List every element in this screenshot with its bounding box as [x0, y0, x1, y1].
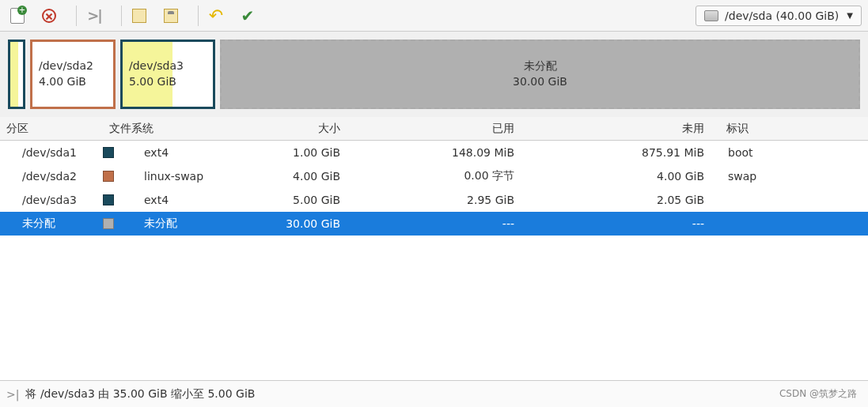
col-used[interactable]: 已用	[372, 122, 546, 136]
statusbar: >| 将 /dev/sda3 由 35.00 GiB 缩小至 5.00 GiB	[0, 380, 868, 407]
col-size[interactable]: 大小	[214, 122, 372, 136]
map-block-sda2[interactable]: /dev/sda2 4.00 GiB	[30, 40, 116, 109]
device-label: /dev/sda (40.00 GiB)	[725, 9, 839, 22]
partition-table-body: /dev/sda1ext41.00 GiB148.09 MiB875.91 Mi…	[0, 141, 868, 236]
cell-used: 0.00 字节	[372, 169, 546, 183]
map-block-size: 30.00 GiB	[513, 74, 567, 90]
undo-icon[interactable]: ↶	[205, 5, 227, 27]
cell-partition: /dev/sda1	[0, 146, 103, 159]
cell-unused: 4.00 GiB	[546, 170, 720, 183]
cell-filesystem: linux-swap	[103, 170, 214, 183]
cell-used: 148.09 MiB	[372, 146, 546, 159]
table-row[interactable]: /dev/sda3ext45.00 GiB2.95 GiB2.05 GiB	[0, 188, 868, 212]
paste-icon[interactable]	[160, 5, 182, 27]
map-block-label: 未分配	[524, 58, 557, 74]
separator	[198, 6, 199, 26]
cell-partition: /dev/sda3	[0, 194, 103, 206]
resize-icon[interactable]: >|	[83, 5, 105, 27]
pending-op-icon: >|	[6, 388, 19, 401]
map-block-sda1[interactable]	[8, 40, 25, 109]
cell-size: 30.00 GiB	[214, 217, 372, 230]
dropdown-triangle-icon: ▼	[847, 11, 853, 20]
cell-filesystem: ext4	[103, 194, 214, 206]
table-row[interactable]: /dev/sda2linux-swap4.00 GiB0.00 字节4.00 G…	[0, 164, 868, 188]
map-block-size: 4.00 GiB	[39, 74, 107, 90]
cell-filesystem: 未分配	[103, 217, 214, 231]
device-selector[interactable]: /dev/sda (40.00 GiB) ▼	[696, 6, 862, 26]
cell-used: 2.95 GiB	[372, 194, 546, 206]
apply-icon[interactable]: ✔	[237, 5, 259, 27]
table-row[interactable]: 未分配未分配30.00 GiB------	[0, 212, 868, 236]
cell-unused: 2.05 GiB	[546, 194, 720, 206]
cell-size: 4.00 GiB	[214, 170, 372, 183]
fs-color-swatch	[103, 194, 114, 205]
fs-color-swatch	[103, 171, 114, 182]
col-partition[interactable]: 分区	[0, 122, 103, 136]
cell-partition: 未分配	[0, 217, 103, 231]
partition-map: /dev/sda2 4.00 GiB /dev/sda3 5.00 GiB 未分…	[0, 32, 868, 117]
fs-color-swatch	[103, 218, 114, 229]
table-header: 分区 文件系统 大小 已用 未用 标识	[0, 117, 868, 141]
cell-unused: ---	[546, 217, 720, 230]
new-partition-icon[interactable]	[6, 5, 28, 27]
cell-size: 5.00 GiB	[214, 194, 372, 206]
cell-used: ---	[372, 217, 546, 230]
cell-partition: /dev/sda2	[0, 170, 103, 183]
map-block-name: /dev/sda3	[129, 58, 207, 74]
cell-size: 1.00 GiB	[214, 146, 372, 159]
copy-icon[interactable]	[128, 5, 150, 27]
cell-filesystem: ext4	[103, 146, 214, 159]
map-block-size: 5.00 GiB	[129, 74, 207, 90]
cell-flags: boot	[720, 146, 868, 159]
cell-flags: swap	[720, 170, 868, 183]
toolbar: >| ↶ ✔ /dev/sda (40.00 GiB) ▼	[0, 0, 868, 32]
cell-unused: 875.91 MiB	[546, 146, 720, 159]
map-block-name: /dev/sda2	[39, 58, 107, 74]
map-block-sda3[interactable]: /dev/sda3 5.00 GiB	[120, 40, 215, 109]
separator	[121, 6, 122, 26]
hdd-icon	[704, 10, 718, 21]
col-unused[interactable]: 未用	[546, 122, 720, 136]
fs-color-swatch	[103, 147, 114, 158]
col-flags[interactable]: 标识	[720, 122, 868, 136]
status-message: 将 /dev/sda3 由 35.00 GiB 缩小至 5.00 GiB	[25, 387, 255, 401]
table-row[interactable]: /dev/sda1ext41.00 GiB148.09 MiB875.91 Mi…	[0, 141, 868, 164]
separator	[76, 6, 77, 26]
col-filesystem[interactable]: 文件系统	[103, 122, 214, 136]
watermark: CSDN @筑梦之路	[779, 387, 857, 401]
delete-partition-icon[interactable]	[38, 5, 60, 27]
map-block-unallocated[interactable]: 未分配 30.00 GiB	[220, 40, 860, 109]
